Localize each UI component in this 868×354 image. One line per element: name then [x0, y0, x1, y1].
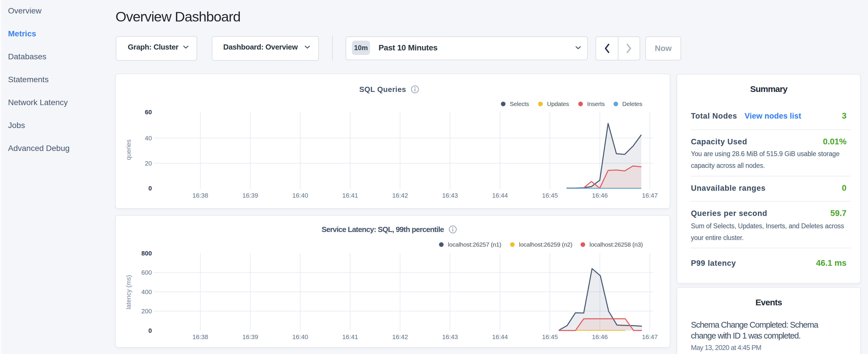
- svg-text:16:42: 16:42: [392, 192, 408, 199]
- svg-text:20: 20: [145, 160, 152, 167]
- svg-text:16:38: 16:38: [192, 192, 208, 199]
- svg-text:16:44: 16:44: [492, 192, 508, 199]
- svg-text:16:39: 16:39: [242, 333, 258, 341]
- svg-text:queries: queries: [125, 139, 132, 160]
- svg-text:16:47: 16:47: [642, 333, 658, 341]
- svg-text:0: 0: [149, 327, 152, 334]
- svg-text:16:46: 16:46: [592, 333, 608, 341]
- svg-text:0: 0: [149, 185, 152, 192]
- svg-text:400: 400: [141, 288, 152, 296]
- svg-text:16:42: 16:42: [392, 333, 408, 341]
- svg-text:16:41: 16:41: [342, 333, 358, 341]
- svg-text:16:40: 16:40: [292, 192, 308, 199]
- svg-text:40: 40: [145, 135, 152, 142]
- svg-text:16:40: 16:40: [292, 333, 308, 341]
- svg-text:16:45: 16:45: [542, 192, 558, 199]
- svg-text:600: 600: [141, 269, 152, 276]
- svg-text:16:43: 16:43: [442, 192, 458, 199]
- svg-text:16:46: 16:46: [592, 192, 608, 199]
- svg-text:latency (ms): latency (ms): [125, 275, 132, 309]
- svg-text:16:45: 16:45: [542, 333, 558, 341]
- svg-text:16:39: 16:39: [242, 192, 258, 199]
- svg-text:200: 200: [141, 308, 152, 315]
- svg-text:800: 800: [141, 250, 152, 257]
- svg-text:16:47: 16:47: [642, 192, 658, 199]
- svg-text:16:41: 16:41: [342, 192, 358, 199]
- svg-text:16:43: 16:43: [442, 333, 458, 341]
- svg-text:60: 60: [145, 108, 152, 116]
- svg-text:16:38: 16:38: [192, 333, 208, 341]
- svg-text:16:44: 16:44: [492, 333, 508, 341]
